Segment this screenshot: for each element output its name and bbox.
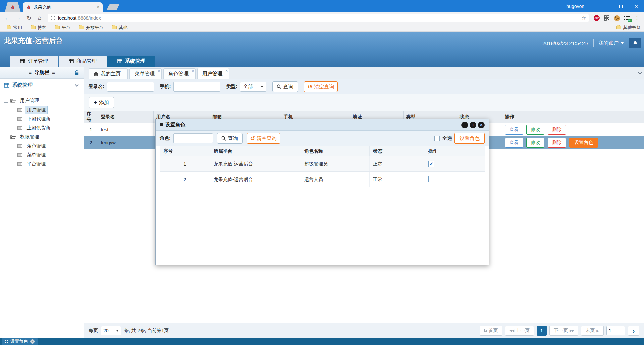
sidebar-lock-button[interactable] (73, 69, 81, 77)
role-checkbox-checked[interactable]: ✔ (428, 161, 434, 167)
set-role-button[interactable]: 设置角色 (569, 138, 598, 148)
role-input[interactable] (173, 133, 213, 143)
bookmark-folder[interactable]: 博客 (28, 25, 50, 31)
tab-close-icon[interactable]: × (97, 5, 99, 10)
tree-item-role-mgmt[interactable]: 角色管理 (4, 141, 84, 150)
bookmark-folder[interactable]: 平台 (52, 25, 74, 31)
dialog-close-button[interactable]: × (478, 122, 485, 128)
tree-item-upstream-suppliers[interactable]: 上游供货商 (4, 123, 84, 132)
nav-tab-product-mgmt[interactable]: 商品管理 (59, 56, 107, 67)
tab-close-icon[interactable]: × (192, 69, 194, 73)
bookmark-star-icon[interactable]: ☆ (582, 15, 586, 21)
bookmark-folder[interactable]: 其他 (109, 25, 131, 31)
view-button[interactable]: 查看 (505, 138, 523, 148)
per-page-select[interactable]: 20 (101, 326, 121, 335)
collapse-icon[interactable] (4, 99, 8, 103)
tree-folder-permission-mgmt[interactable]: 权限管理 (4, 132, 84, 141)
add-button[interactable]: + 添加 (89, 97, 114, 108)
tree-folder-user-mgmt[interactable]: 用户管理 (4, 96, 84, 105)
tab-role-mgmt[interactable]: 角色管理 × (163, 68, 196, 79)
window-close-button[interactable]: ✕ (629, 0, 644, 12)
open-folder-icon (10, 135, 16, 139)
dialog-minimize-button[interactable]: − (461, 122, 468, 128)
browser-menu-icon[interactable]: ⋮ (633, 14, 641, 22)
last-page-icon: ▶ (596, 329, 599, 333)
dialog-set-role-button[interactable]: 设置角色 (454, 133, 485, 144)
reload-icon[interactable]: ↻ (24, 13, 34, 23)
next-page-button[interactable]: 下一页▶▶ (549, 326, 578, 336)
plus-icon: + (94, 100, 97, 106)
dialog-title-bar[interactable]: 设置角色 − + × (156, 119, 489, 131)
nav-tab-system-mgmt[interactable]: 系统管理 (107, 56, 155, 67)
tree-item-user-mgmt[interactable]: 用户管理 (4, 105, 84, 114)
chevron-down-icon[interactable] (75, 83, 78, 86)
qr-extension-icon[interactable] (602, 14, 611, 22)
role-checkbox-unchecked[interactable] (428, 176, 434, 182)
first-page-button[interactable]: ◀首页 (480, 326, 502, 336)
nav-tree: 用户管理 用户管理 下游代理商 上游供货商 权限管理 角色管理 (0, 92, 84, 168)
tab-user-mgmt[interactable]: 用户管理 × (197, 68, 229, 79)
login-name-input[interactable] (107, 82, 154, 92)
dialog-query-button[interactable]: 查询 (217, 133, 243, 144)
pinned-tab[interactable] (5, 2, 21, 12)
tree-item-menu-mgmt[interactable]: 菜单管理 (4, 150, 84, 159)
goto-page-input[interactable] (606, 326, 625, 335)
prev-page-button[interactable]: ◀◀上一页 (505, 326, 534, 336)
last-page-button[interactable]: 末页▶ (581, 326, 604, 336)
tree-item-downstream-agents[interactable]: 下游代理商 (4, 114, 84, 123)
tab-my-home[interactable]: 我的主页 (89, 68, 128, 79)
header-datetime: 2018/03/23 21:54:47 (542, 40, 589, 46)
bookmark-folder[interactable]: 常用 (3, 25, 25, 31)
window-minimize-button[interactable]: — (598, 0, 613, 12)
list-extension-icon[interactable]: on (623, 14, 631, 22)
search-icon (277, 84, 281, 89)
address-bar[interactable]: i localhost:8888/index ☆ (48, 14, 589, 22)
query-button[interactable]: 查询 (272, 81, 298, 92)
new-tab-button[interactable] (107, 4, 119, 10)
cookie-extension-icon[interactable] (612, 14, 621, 22)
tab-close-icon[interactable]: × (226, 69, 228, 73)
type-select[interactable]: 全部 (240, 82, 266, 92)
taskbar-item-close-icon[interactable]: × (30, 339, 35, 344)
adblock-extension-icon[interactable]: ABP (592, 14, 601, 22)
edit-button[interactable]: 修改 (526, 125, 544, 135)
collapse-icon[interactable] (4, 135, 8, 139)
bookmark-folder[interactable]: 开放平台 (76, 25, 107, 31)
tree-item-platform-mgmt[interactable]: 平台管理 (4, 159, 84, 168)
select-all-checkbox[interactable] (434, 136, 440, 141)
tab-close-icon[interactable]: × (158, 69, 160, 73)
taskbar-item-set-role[interactable]: 设置角色 × (2, 338, 38, 345)
roles-table: 序号 所属平台 角色名称 状态 操作 1 龙果充值-运营后台 超级管理员 正常 … (160, 146, 485, 187)
url-path: :8888/index (76, 15, 101, 21)
my-account-menu[interactable]: 我的账户 (598, 40, 624, 46)
table-row[interactable]: 1 龙果充值-运营后台 超级管理员 正常 ✔ (160, 156, 485, 172)
tab-overflow-chevron-icon[interactable] (638, 71, 642, 74)
delete-button[interactable]: 删除 (548, 138, 566, 148)
table-row[interactable]: 2 龙果充值-运营后台 运营人员 正常 (160, 172, 485, 187)
sidebar-section-system-mgmt[interactable]: 系统管理 (0, 79, 84, 92)
browser-profile-name[interactable]: hugovon (566, 4, 584, 9)
phone-input[interactable] (173, 82, 220, 92)
back-icon[interactable]: ← (3, 13, 12, 23)
folder-icon (79, 26, 84, 29)
other-bookmarks[interactable]: 其他书签 (612, 25, 641, 31)
delete-button[interactable]: 删除 (548, 125, 566, 135)
active-browser-tab[interactable]: 龙果充值 × (23, 2, 103, 12)
goto-page-button[interactable]: › (628, 326, 639, 336)
clear-query-button[interactable]: ↺ 清空查询 (304, 81, 338, 92)
view-button[interactable]: 查看 (505, 125, 523, 135)
home-icon[interactable]: ⌂ (35, 13, 44, 23)
dialog-maximize-button[interactable]: + (470, 122, 476, 128)
chevron-down-icon (116, 330, 119, 332)
main-nav-tabs: 订单管理 商品管理 系统管理 (10, 56, 155, 67)
notification-bell-button[interactable] (629, 38, 641, 48)
dialog-clear-query-button[interactable]: ↺ 清空查询 (247, 133, 280, 144)
window-restore-button[interactable] (613, 0, 629, 12)
grid-icon (69, 59, 74, 63)
nav-tab-order-mgmt[interactable]: 订单管理 (10, 56, 58, 67)
forward-icon[interactable]: → (13, 13, 23, 23)
tab-menu-mgmt[interactable]: 菜单管理 × (129, 68, 162, 79)
current-page-button[interactable]: 1 (537, 326, 547, 336)
page-info-icon[interactable]: i (51, 16, 55, 20)
edit-button[interactable]: 修改 (526, 138, 544, 148)
